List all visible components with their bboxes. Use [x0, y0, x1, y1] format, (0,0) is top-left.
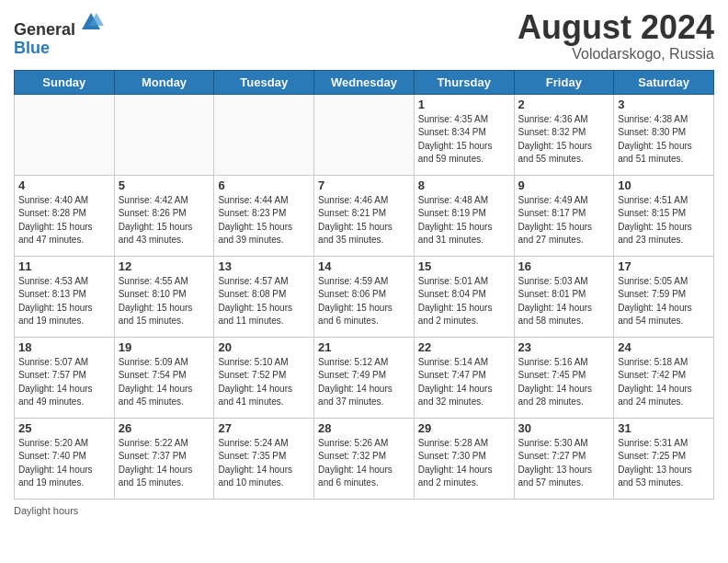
- calendar-day-cell: 10Sunrise: 4:51 AM Sunset: 8:15 PM Dayli…: [614, 175, 714, 256]
- day-number: 7: [318, 178, 410, 192]
- day-number: 28: [318, 421, 410, 435]
- calendar-day-cell: 7Sunrise: 4:46 AM Sunset: 8:21 PM Daylig…: [314, 175, 415, 256]
- day-info: Sunrise: 5:09 AM Sunset: 7:54 PM Dayligh…: [119, 356, 210, 409]
- calendar-day-cell: 21Sunrise: 5:12 AM Sunset: 7:49 PM Dayli…: [314, 337, 415, 418]
- day-number: 9: [518, 178, 610, 192]
- day-number: 10: [618, 178, 710, 192]
- day-number: 11: [18, 259, 110, 273]
- calendar-day-cell: 5Sunrise: 4:42 AM Sunset: 8:26 PM Daylig…: [114, 175, 214, 256]
- calendar-day-cell: 16Sunrise: 5:03 AM Sunset: 8:01 PM Dayli…: [514, 256, 614, 337]
- day-info: Sunrise: 4:48 AM Sunset: 8:19 PM Dayligh…: [418, 194, 510, 247]
- day-number: 16: [518, 259, 610, 273]
- day-info: Sunrise: 5:14 AM Sunset: 7:47 PM Dayligh…: [418, 356, 510, 409]
- location: Volodarskogo, Russia: [518, 46, 714, 63]
- day-number: 17: [618, 259, 710, 273]
- calendar-day-cell: [214, 94, 314, 175]
- weekday-header-cell: Thursday: [414, 70, 514, 94]
- month-title: August 2024: [518, 9, 714, 46]
- calendar-day-cell: 19Sunrise: 5:09 AM Sunset: 7:54 PM Dayli…: [114, 337, 214, 418]
- day-number: 1: [418, 98, 510, 111]
- day-info: Sunrise: 4:46 AM Sunset: 8:21 PM Dayligh…: [318, 194, 410, 247]
- calendar-day-cell: [15, 94, 115, 175]
- day-info: Sunrise: 5:22 AM Sunset: 7:37 PM Dayligh…: [119, 437, 210, 490]
- day-info: Sunrise: 5:24 AM Sunset: 7:35 PM Dayligh…: [218, 437, 310, 490]
- day-number: 15: [418, 259, 510, 273]
- calendar-week-row: 4Sunrise: 4:40 AM Sunset: 8:28 PM Daylig…: [15, 175, 714, 256]
- calendar-day-cell: 31Sunrise: 5:31 AM Sunset: 7:25 PM Dayli…: [614, 418, 714, 499]
- calendar-day-cell: 22Sunrise: 5:14 AM Sunset: 7:47 PM Dayli…: [414, 337, 514, 418]
- day-info: Sunrise: 5:16 AM Sunset: 7:45 PM Dayligh…: [518, 356, 610, 409]
- day-number: 21: [318, 340, 410, 354]
- calendar-day-cell: 15Sunrise: 5:01 AM Sunset: 8:04 PM Dayli…: [414, 256, 514, 337]
- calendar-week-row: 25Sunrise: 5:20 AM Sunset: 7:40 PM Dayli…: [15, 418, 714, 499]
- day-info: Sunrise: 4:57 AM Sunset: 8:08 PM Dayligh…: [218, 275, 310, 328]
- day-info: Sunrise: 4:40 AM Sunset: 8:28 PM Dayligh…: [18, 194, 110, 247]
- calendar-week-row: 1Sunrise: 4:35 AM Sunset: 8:34 PM Daylig…: [15, 94, 714, 175]
- day-number: 27: [218, 421, 310, 435]
- title-block: August 2024 Volodarskogo, Russia: [518, 9, 714, 63]
- day-info: Sunrise: 4:36 AM Sunset: 8:32 PM Dayligh…: [518, 113, 610, 167]
- calendar-day-cell: 26Sunrise: 5:22 AM Sunset: 7:37 PM Dayli…: [114, 418, 214, 499]
- day-info: Sunrise: 4:38 AM Sunset: 8:30 PM Dayligh…: [618, 113, 710, 167]
- calendar-day-cell: 20Sunrise: 5:10 AM Sunset: 7:52 PM Dayli…: [214, 337, 314, 418]
- day-number: 29: [418, 421, 510, 435]
- day-number: 18: [18, 340, 110, 354]
- calendar-day-cell: 25Sunrise: 5:20 AM Sunset: 7:40 PM Dayli…: [15, 418, 115, 499]
- calendar-day-cell: 3Sunrise: 4:38 AM Sunset: 8:30 PM Daylig…: [614, 94, 714, 175]
- day-info: Sunrise: 5:26 AM Sunset: 7:32 PM Dayligh…: [318, 437, 410, 490]
- calendar-day-cell: 9Sunrise: 4:49 AM Sunset: 8:17 PM Daylig…: [514, 175, 614, 256]
- day-info: Sunrise: 5:12 AM Sunset: 7:49 PM Dayligh…: [318, 356, 410, 409]
- day-info: Sunrise: 4:49 AM Sunset: 8:17 PM Dayligh…: [518, 194, 610, 247]
- calendar-day-cell: 30Sunrise: 5:30 AM Sunset: 7:27 PM Dayli…: [514, 418, 614, 499]
- calendar-day-cell: 2Sunrise: 4:36 AM Sunset: 8:32 PM Daylig…: [514, 94, 614, 175]
- footer-note: Daylight hours: [14, 505, 714, 516]
- day-info: Sunrise: 4:42 AM Sunset: 8:26 PM Dayligh…: [119, 194, 210, 247]
- day-info: Sunrise: 4:59 AM Sunset: 8:06 PM Dayligh…: [318, 275, 410, 328]
- logo: General Blue: [14, 9, 104, 58]
- calendar-day-cell: 11Sunrise: 4:53 AM Sunset: 8:13 PM Dayli…: [15, 256, 115, 337]
- calendar-day-cell: 17Sunrise: 5:05 AM Sunset: 7:59 PM Dayli…: [614, 256, 714, 337]
- day-info: Sunrise: 5:07 AM Sunset: 7:57 PM Dayligh…: [18, 356, 110, 409]
- day-info: Sunrise: 5:10 AM Sunset: 7:52 PM Dayligh…: [218, 356, 310, 409]
- calendar-day-cell: [114, 94, 214, 175]
- header: General Blue August 2024 Volodarskogo, R…: [14, 9, 714, 63]
- day-number: 20: [218, 340, 310, 354]
- weekday-header-cell: Monday: [114, 70, 214, 94]
- logo-blue-text: Blue: [14, 39, 50, 57]
- day-info: Sunrise: 4:55 AM Sunset: 8:10 PM Dayligh…: [119, 275, 210, 328]
- weekday-header-cell: Wednesday: [314, 70, 415, 94]
- weekday-header-cell: Tuesday: [214, 70, 314, 94]
- day-number: 14: [318, 259, 410, 273]
- daylight-label: Daylight hours: [14, 505, 78, 516]
- weekday-header-cell: Friday: [514, 70, 614, 94]
- day-number: 5: [119, 178, 210, 192]
- calendar-body: 1Sunrise: 4:35 AM Sunset: 8:34 PM Daylig…: [15, 94, 714, 499]
- day-info: Sunrise: 4:53 AM Sunset: 8:13 PM Dayligh…: [18, 275, 110, 328]
- logo-icon: [78, 9, 104, 35]
- day-info: Sunrise: 5:30 AM Sunset: 7:27 PM Dayligh…: [518, 437, 610, 490]
- weekday-header-row: SundayMondayTuesdayWednesdayThursdayFrid…: [15, 70, 714, 94]
- calendar-day-cell: 14Sunrise: 4:59 AM Sunset: 8:06 PM Dayli…: [314, 256, 415, 337]
- weekday-header-cell: Saturday: [614, 70, 714, 94]
- day-info: Sunrise: 4:44 AM Sunset: 8:23 PM Dayligh…: [218, 194, 310, 247]
- day-info: Sunrise: 5:03 AM Sunset: 8:01 PM Dayligh…: [518, 275, 610, 328]
- calendar-table: SundayMondayTuesdayWednesdayThursdayFrid…: [14, 70, 714, 500]
- calendar-day-cell: 29Sunrise: 5:28 AM Sunset: 7:30 PM Dayli…: [414, 418, 514, 499]
- day-number: 23: [518, 340, 610, 354]
- day-number: 31: [618, 421, 710, 435]
- calendar-day-cell: 4Sunrise: 4:40 AM Sunset: 8:28 PM Daylig…: [15, 175, 115, 256]
- day-number: 4: [18, 178, 110, 192]
- calendar-day-cell: 27Sunrise: 5:24 AM Sunset: 7:35 PM Dayli…: [214, 418, 314, 499]
- day-info: Sunrise: 5:20 AM Sunset: 7:40 PM Dayligh…: [18, 437, 110, 490]
- day-number: 24: [618, 340, 710, 354]
- day-number: 13: [218, 259, 310, 273]
- calendar-week-row: 11Sunrise: 4:53 AM Sunset: 8:13 PM Dayli…: [15, 256, 714, 337]
- day-info: Sunrise: 5:05 AM Sunset: 7:59 PM Dayligh…: [618, 275, 710, 328]
- day-info: Sunrise: 4:51 AM Sunset: 8:15 PM Dayligh…: [618, 194, 710, 247]
- day-number: 3: [618, 98, 710, 111]
- day-info: Sunrise: 5:31 AM Sunset: 7:25 PM Dayligh…: [618, 437, 710, 490]
- day-number: 12: [119, 259, 210, 273]
- calendar-day-cell: [314, 94, 415, 175]
- day-number: 6: [218, 178, 310, 192]
- day-number: 8: [418, 178, 510, 192]
